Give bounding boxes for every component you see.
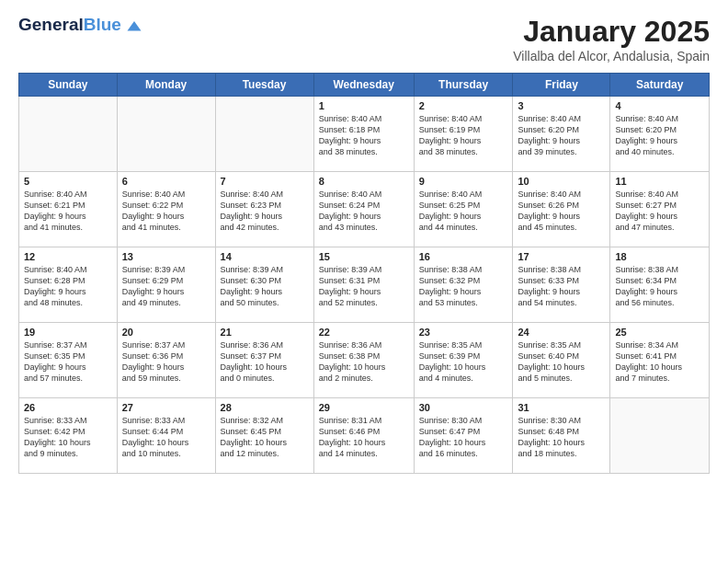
day-number: 2	[419, 100, 508, 111]
cell-info: Sunrise: 8:33 AM Sunset: 6:44 PM Dayligh…	[122, 415, 210, 460]
day-number: 11	[615, 176, 704, 187]
day-number: 7	[221, 176, 309, 187]
day-number: 25	[615, 327, 704, 338]
day-number: 26	[24, 402, 112, 413]
table-row: 2Sunrise: 8:40 AM Sunset: 6:19 PM Daylig…	[414, 97, 513, 172]
table-row: 28Sunrise: 8:32 AM Sunset: 6:45 PM Dayli…	[215, 398, 313, 474]
calendar-table: Sunday Monday Tuesday Wednesday Thursday…	[18, 73, 710, 474]
table-row: 25Sunrise: 8:34 AM Sunset: 6:41 PM Dayli…	[610, 323, 710, 398]
logo-icon	[126, 18, 142, 35]
svg-marker-0	[128, 21, 142, 31]
calendar-week-row: 19Sunrise: 8:37 AM Sunset: 6:35 PM Dayli…	[19, 323, 710, 398]
col-saturday: Saturday	[610, 74, 710, 97]
day-number: 23	[419, 327, 508, 338]
calendar-week-row: 26Sunrise: 8:33 AM Sunset: 6:42 PM Dayli…	[19, 398, 710, 474]
logo: GeneralBlue	[18, 15, 142, 35]
cell-info: Sunrise: 8:36 AM Sunset: 6:38 PM Dayligh…	[319, 339, 409, 385]
cell-info: Sunrise: 8:37 AM Sunset: 6:35 PM Dayligh…	[24, 339, 112, 385]
day-number: 22	[319, 327, 409, 338]
col-friday: Friday	[513, 74, 610, 97]
cell-info: Sunrise: 8:31 AM Sunset: 6:46 PM Dayligh…	[319, 415, 409, 460]
col-sunday: Sunday	[19, 74, 118, 97]
day-number: 30	[419, 402, 508, 413]
cell-info: Sunrise: 8:35 AM Sunset: 6:39 PM Dayligh…	[419, 339, 508, 385]
cell-info: Sunrise: 8:40 AM Sunset: 6:28 PM Dayligh…	[24, 264, 112, 309]
cell-info: Sunrise: 8:37 AM Sunset: 6:36 PM Dayligh…	[122, 339, 210, 385]
day-number: 20	[122, 327, 210, 338]
cell-info: Sunrise: 8:40 AM Sunset: 6:26 PM Dayligh…	[518, 189, 605, 234]
day-number: 24	[518, 327, 605, 338]
col-monday: Monday	[117, 74, 215, 97]
table-row: 11Sunrise: 8:40 AM Sunset: 6:27 PM Dayli…	[610, 172, 710, 247]
table-row	[19, 97, 118, 172]
calendar-week-row: 1Sunrise: 8:40 AM Sunset: 6:18 PM Daylig…	[19, 97, 710, 172]
day-number: 21	[221, 327, 309, 338]
month-title: January 2025	[513, 15, 710, 49]
calendar-week-row: 5Sunrise: 8:40 AM Sunset: 6:21 PM Daylig…	[19, 172, 710, 247]
table-row: 31Sunrise: 8:30 AM Sunset: 6:48 PM Dayli…	[513, 398, 610, 474]
page-container: GeneralBlue January 2025 Villalba del Al…	[0, 0, 728, 563]
cell-info: Sunrise: 8:39 AM Sunset: 6:29 PM Dayligh…	[122, 264, 210, 309]
table-row: 27Sunrise: 8:33 AM Sunset: 6:44 PM Dayli…	[117, 398, 215, 474]
day-number: 31	[518, 402, 605, 413]
cell-info: Sunrise: 8:39 AM Sunset: 6:30 PM Dayligh…	[221, 264, 309, 309]
logo-blue: Blue	[84, 15, 121, 34]
table-row: 13Sunrise: 8:39 AM Sunset: 6:29 PM Dayli…	[117, 247, 215, 323]
cell-info: Sunrise: 8:38 AM Sunset: 6:33 PM Dayligh…	[518, 264, 605, 309]
cell-info: Sunrise: 8:40 AM Sunset: 6:20 PM Dayligh…	[518, 113, 605, 158]
table-row: 9Sunrise: 8:40 AM Sunset: 6:25 PM Daylig…	[414, 172, 513, 247]
table-row: 21Sunrise: 8:36 AM Sunset: 6:37 PM Dayli…	[215, 323, 313, 398]
day-number: 5	[24, 176, 112, 187]
cell-info: Sunrise: 8:34 AM Sunset: 6:41 PM Dayligh…	[615, 339, 704, 385]
table-row: 29Sunrise: 8:31 AM Sunset: 6:46 PM Dayli…	[313, 398, 414, 474]
day-number: 1	[319, 100, 409, 111]
logo-general: General	[18, 15, 84, 34]
cell-info: Sunrise: 8:39 AM Sunset: 6:31 PM Dayligh…	[319, 264, 409, 309]
day-number: 3	[518, 100, 605, 111]
day-number: 10	[518, 176, 605, 187]
table-row	[117, 97, 215, 172]
cell-info: Sunrise: 8:38 AM Sunset: 6:34 PM Dayligh…	[615, 264, 704, 309]
header: GeneralBlue January 2025 Villalba del Al…	[18, 15, 710, 63]
cell-info: Sunrise: 8:30 AM Sunset: 6:48 PM Dayligh…	[518, 415, 605, 460]
day-number: 19	[24, 327, 112, 338]
cell-info: Sunrise: 8:40 AM Sunset: 6:21 PM Dayligh…	[24, 189, 112, 234]
table-row: 24Sunrise: 8:35 AM Sunset: 6:40 PM Dayli…	[513, 323, 610, 398]
table-row: 8Sunrise: 8:40 AM Sunset: 6:24 PM Daylig…	[313, 172, 414, 247]
cell-info: Sunrise: 8:30 AM Sunset: 6:47 PM Dayligh…	[419, 415, 508, 460]
table-row: 12Sunrise: 8:40 AM Sunset: 6:28 PM Dayli…	[19, 247, 118, 323]
table-row: 20Sunrise: 8:37 AM Sunset: 6:36 PM Dayli…	[117, 323, 215, 398]
col-wednesday: Wednesday	[313, 74, 414, 97]
cell-info: Sunrise: 8:40 AM Sunset: 6:25 PM Dayligh…	[419, 189, 508, 234]
day-number: 6	[122, 176, 210, 187]
table-row: 15Sunrise: 8:39 AM Sunset: 6:31 PM Dayli…	[313, 247, 414, 323]
table-row: 7Sunrise: 8:40 AM Sunset: 6:23 PM Daylig…	[215, 172, 313, 247]
day-number: 28	[221, 402, 309, 413]
cell-info: Sunrise: 8:36 AM Sunset: 6:37 PM Dayligh…	[221, 339, 309, 385]
table-row: 3Sunrise: 8:40 AM Sunset: 6:20 PM Daylig…	[513, 97, 610, 172]
table-row: 10Sunrise: 8:40 AM Sunset: 6:26 PM Dayli…	[513, 172, 610, 247]
day-number: 8	[319, 176, 409, 187]
cell-info: Sunrise: 8:40 AM Sunset: 6:22 PM Dayligh…	[122, 189, 210, 234]
cell-info: Sunrise: 8:33 AM Sunset: 6:42 PM Dayligh…	[24, 415, 112, 460]
day-number: 9	[419, 176, 508, 187]
calendar-header-row: Sunday Monday Tuesday Wednesday Thursday…	[19, 74, 710, 97]
table-row: 16Sunrise: 8:38 AM Sunset: 6:32 PM Dayli…	[414, 247, 513, 323]
table-row	[610, 398, 710, 474]
table-row: 22Sunrise: 8:36 AM Sunset: 6:38 PM Dayli…	[313, 323, 414, 398]
title-section: January 2025 Villalba del Alcor, Andalus…	[513, 15, 710, 63]
cell-info: Sunrise: 8:40 AM Sunset: 6:19 PM Dayligh…	[419, 113, 508, 158]
day-number: 4	[615, 100, 704, 111]
cell-info: Sunrise: 8:40 AM Sunset: 6:18 PM Dayligh…	[319, 113, 409, 158]
table-row: 6Sunrise: 8:40 AM Sunset: 6:22 PM Daylig…	[117, 172, 215, 247]
col-tuesday: Tuesday	[215, 74, 313, 97]
table-row: 4Sunrise: 8:40 AM Sunset: 6:20 PM Daylig…	[610, 97, 710, 172]
table-row: 18Sunrise: 8:38 AM Sunset: 6:34 PM Dayli…	[610, 247, 710, 323]
day-number: 14	[221, 251, 309, 262]
table-row: 23Sunrise: 8:35 AM Sunset: 6:39 PM Dayli…	[414, 323, 513, 398]
cell-info: Sunrise: 8:38 AM Sunset: 6:32 PM Dayligh…	[419, 264, 508, 309]
day-number: 15	[319, 251, 409, 262]
cell-info: Sunrise: 8:40 AM Sunset: 6:24 PM Dayligh…	[319, 189, 409, 234]
table-row	[215, 97, 313, 172]
day-number: 13	[122, 251, 210, 262]
